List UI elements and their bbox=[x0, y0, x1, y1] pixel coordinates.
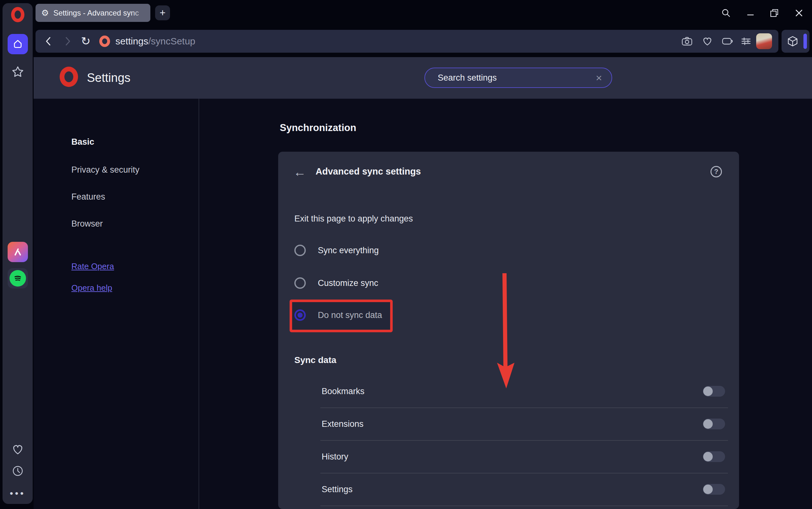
heart-icon bbox=[11, 444, 24, 455]
extensions-toggle[interactable] bbox=[703, 418, 725, 429]
browser-sidebar: ••• bbox=[3, 3, 33, 504]
chevron-right-icon bbox=[63, 36, 73, 47]
nav-item-basic[interactable]: Basic bbox=[71, 137, 94, 147]
tab-title: Settings - Advanced sync se bbox=[53, 8, 139, 18]
card-back-button[interactable]: ← bbox=[291, 164, 308, 180]
toggle-row-settings: Settings bbox=[278, 483, 739, 496]
page-tools-button[interactable] bbox=[738, 30, 754, 53]
cube-icon bbox=[787, 35, 799, 47]
settings-toggle[interactable] bbox=[703, 484, 725, 495]
star-icon bbox=[11, 65, 25, 79]
site-identity-button[interactable] bbox=[97, 30, 112, 53]
spotify-icon bbox=[9, 270, 26, 286]
radio-label: Do not sync data bbox=[318, 310, 382, 320]
close-button[interactable] bbox=[793, 8, 804, 19]
opera-logo-icon bbox=[11, 7, 25, 22]
settings-search-box[interactable]: × bbox=[424, 68, 612, 88]
clear-search-icon[interactable]: × bbox=[596, 72, 602, 83]
radio-circle[interactable] bbox=[294, 277, 306, 289]
row-divider bbox=[320, 407, 728, 408]
camera-icon bbox=[681, 36, 693, 46]
opera-window: ••• ⚙ Settings - Advanced sync se + bbox=[0, 0, 812, 509]
card-title: Advanced sync settings bbox=[316, 166, 421, 177]
row-label: Bookmarks bbox=[322, 386, 364, 396]
settings-page-title: Settings bbox=[87, 57, 130, 99]
new-tab-button[interactable]: + bbox=[155, 5, 170, 20]
history-toggle[interactable] bbox=[703, 451, 725, 462]
back-button[interactable] bbox=[40, 30, 57, 53]
radio-option-customize-sync[interactable]: Customize sync bbox=[294, 277, 378, 290]
nav-content-divider bbox=[199, 99, 199, 509]
minimize-button[interactable] bbox=[745, 8, 756, 19]
nav-item-features[interactable]: Features bbox=[71, 192, 105, 202]
url-secondary: /syncSetup bbox=[148, 36, 195, 47]
sidebar-item-spotify[interactable] bbox=[8, 268, 28, 289]
toggle-knob bbox=[703, 484, 713, 494]
gear-icon: ⚙ bbox=[41, 8, 49, 18]
nav-item-browser[interactable]: Browser bbox=[71, 219, 103, 229]
section-title: Synchronization bbox=[280, 122, 356, 134]
heart-icon bbox=[702, 36, 713, 46]
sidebar-item-start-page[interactable] bbox=[8, 34, 28, 54]
ellipsis-icon: ••• bbox=[10, 488, 26, 499]
profile-avatar[interactable] bbox=[756, 33, 772, 49]
chevron-left-icon bbox=[43, 36, 53, 47]
address-toolbar: ↻ settings/syncSetup bbox=[36, 30, 778, 53]
radio-label: Customize sync bbox=[318, 278, 378, 288]
row-label: Settings bbox=[322, 484, 353, 495]
sidebar-item-aria[interactable] bbox=[8, 242, 28, 262]
reload-button[interactable]: ↻ bbox=[77, 30, 94, 53]
home-icon bbox=[12, 38, 24, 50]
sidebar-more-button[interactable]: ••• bbox=[10, 488, 26, 499]
tune-sliders-icon bbox=[741, 36, 751, 47]
extensions-panel-button[interactable] bbox=[784, 30, 801, 53]
minimize-icon bbox=[746, 8, 755, 18]
question-mark-icon: ? bbox=[714, 168, 718, 176]
radio-option-do-not-sync[interactable]: Do not sync data bbox=[294, 309, 382, 321]
radio-circle-selected[interactable] bbox=[294, 309, 306, 321]
toggle-row-history: History bbox=[278, 450, 739, 463]
radio-label: Sync everything bbox=[318, 246, 379, 256]
radio-option-sync-everything[interactable]: Sync everything bbox=[294, 244, 379, 257]
opera-menu-button[interactable] bbox=[11, 7, 25, 22]
tab-title-fade bbox=[131, 4, 150, 22]
row-divider bbox=[320, 506, 728, 506]
advanced-sync-card: ← Advanced sync settings ? Exit this pag… bbox=[278, 152, 739, 509]
tab-settings[interactable]: ⚙ Settings - Advanced sync se bbox=[36, 4, 150, 22]
sidebar-item-speed-dial[interactable] bbox=[11, 65, 25, 79]
window-search-button[interactable] bbox=[721, 8, 732, 19]
snapshot-button[interactable] bbox=[678, 30, 696, 53]
plus-icon: + bbox=[160, 7, 166, 19]
settings-page-header: Settings × bbox=[34, 57, 812, 99]
toggle-knob bbox=[703, 419, 713, 429]
scroll-indicator[interactable] bbox=[804, 34, 807, 49]
close-icon bbox=[794, 8, 804, 18]
forward-button[interactable] bbox=[60, 30, 76, 53]
address-field[interactable]: settings/syncSetup bbox=[115, 30, 196, 53]
row-label: History bbox=[322, 452, 348, 462]
sidebar-item-favorites[interactable] bbox=[11, 444, 24, 455]
rate-opera-link[interactable]: Rate Opera bbox=[71, 262, 114, 271]
nav-item-privacy-security[interactable]: Privacy & security bbox=[71, 165, 140, 175]
battery-saver-button[interactable] bbox=[719, 30, 737, 53]
sidebar-panel-toolbar bbox=[782, 30, 809, 53]
apply-changes-note: Exit this page to apply changes bbox=[294, 214, 413, 224]
sidebar-item-history[interactable] bbox=[12, 465, 24, 477]
opera-site-icon bbox=[99, 36, 110, 47]
bookmarks-toggle[interactable] bbox=[703, 386, 725, 397]
row-label: Extensions bbox=[322, 419, 363, 429]
reload-icon: ↻ bbox=[81, 35, 91, 48]
row-divider bbox=[320, 473, 728, 473]
row-divider bbox=[320, 440, 728, 441]
settings-search-input[interactable] bbox=[437, 73, 596, 83]
restore-button[interactable] bbox=[769, 8, 780, 19]
save-to-favorites-button[interactable] bbox=[699, 30, 716, 53]
restore-icon bbox=[769, 8, 779, 18]
radio-circle[interactable] bbox=[294, 245, 306, 256]
settings-content-area: Basic Privacy & security Features Browse… bbox=[34, 99, 812, 509]
opera-help-link[interactable]: Opera help bbox=[71, 283, 112, 293]
clock-icon bbox=[12, 465, 24, 477]
opera-settings-logo-icon bbox=[60, 67, 78, 87]
toggle-knob bbox=[703, 386, 713, 396]
help-button[interactable]: ? bbox=[710, 166, 722, 177]
